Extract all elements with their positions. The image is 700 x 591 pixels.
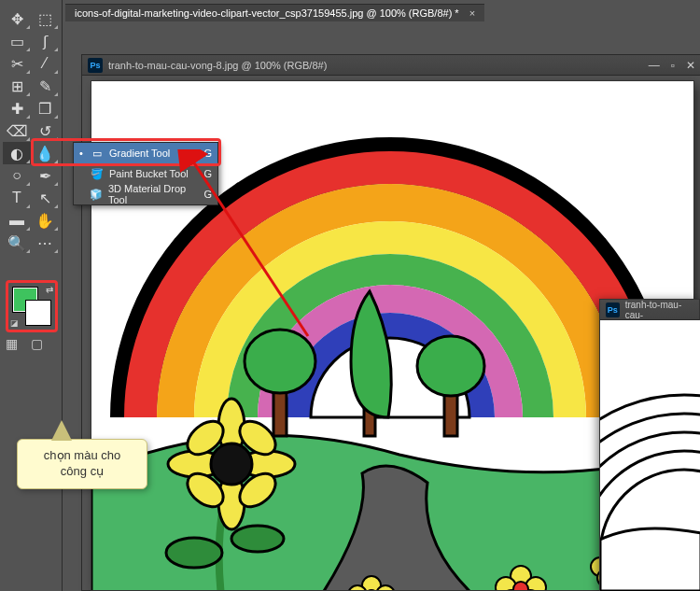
callout-tail xyxy=(52,422,71,441)
svg-point-16 xyxy=(211,443,252,485)
flyout-indicator-icon xyxy=(26,227,30,231)
flyout-indicator-icon xyxy=(54,92,58,96)
flyout-item-gradient-tool[interactable]: •▭Gradient ToolG xyxy=(74,143,217,163)
healing-tool[interactable]: ✚ xyxy=(3,97,31,120)
move-tool[interactable]: ✥ xyxy=(3,7,31,30)
flyout-indicator-icon xyxy=(54,160,58,163)
flyout-indicator-icon xyxy=(54,249,58,253)
quick-mask-row: ▦ ▢ xyxy=(6,336,43,351)
brush-tool[interactable]: ✎ xyxy=(31,75,59,97)
flyout-tool-icon: 🧊 xyxy=(89,189,105,201)
swap-colors-icon[interactable]: ⇄ xyxy=(46,285,53,295)
flyout-indicator-icon xyxy=(26,115,30,119)
flyout-item-paint-bucket-tool[interactable]: 🪣Paint Bucket ToolG xyxy=(74,163,217,184)
flyout-indicator-icon xyxy=(26,70,30,74)
flyout-indicator-icon xyxy=(26,182,30,186)
flyout-indicator-icon xyxy=(54,115,58,119)
svg-point-7 xyxy=(231,526,284,552)
flyout-indicator-icon xyxy=(26,204,30,208)
svg-point-6 xyxy=(166,538,222,568)
restore-icon[interactable]: ▫ xyxy=(671,59,675,72)
background-color[interactable] xyxy=(25,300,51,326)
document-titlebar[interactable]: Ps tranh-to-mau-cau-vong-8.jpg @ 100% (R… xyxy=(82,55,700,76)
flyout-shortcut: G xyxy=(203,189,212,200)
tools-panel: ✥⬚▭ʃ✂⁄⊞✎✚❐⌫↺◐💧○✒T↖▬✋🔍⋯ ⇄ ◪ ▦ ▢ xyxy=(0,0,63,591)
minimize-icon[interactable]: — xyxy=(649,59,660,72)
flyout-indicator-icon xyxy=(26,48,30,51)
secondary-document-title: tranh-to-mau-cau- xyxy=(625,300,693,320)
callout-line1: chọn màu cho xyxy=(44,448,120,462)
path-tool[interactable]: ↖ xyxy=(31,187,59,209)
flyout-indicator-icon xyxy=(54,137,58,141)
callout-line2: công cụ xyxy=(61,464,104,478)
frame-tool[interactable]: ⊞ xyxy=(3,75,31,97)
screen-mode-icon[interactable]: ▢ xyxy=(31,336,43,351)
type-tool[interactable]: T xyxy=(3,187,31,209)
artboard-tool[interactable]: ⬚ xyxy=(31,7,59,30)
flyout-tool-icon: ▭ xyxy=(89,148,105,160)
document-tab-label: icons-of-digital-marketing-video-clipart… xyxy=(75,7,459,19)
svg-point-2 xyxy=(245,330,315,393)
marquee-tool[interactable]: ▭ xyxy=(3,30,31,52)
clone-tool[interactable]: ❐ xyxy=(31,97,59,120)
hand-tool[interactable]: ✋ xyxy=(31,209,59,232)
tool-grid: ✥⬚▭ʃ✂⁄⊞✎✚❐⌫↺◐💧○✒T↖▬✋🔍⋯ xyxy=(3,7,59,254)
extra-tool[interactable]: ⋯ xyxy=(31,232,59,254)
document-tab-bar: icons-of-digital-marketing-video-clipart… xyxy=(65,2,484,22)
eraser-tool[interactable]: ⌫ xyxy=(3,120,31,142)
quick-mask-icon[interactable]: ▦ xyxy=(6,336,18,351)
flyout-indicator-icon xyxy=(54,48,58,51)
flyout-indicator-icon xyxy=(26,92,30,96)
flyout-indicator-icon xyxy=(26,249,30,253)
shape-tool[interactable]: ▬ xyxy=(3,209,31,232)
close-icon[interactable]: × xyxy=(469,7,475,19)
dodge-tool[interactable]: ○ xyxy=(3,164,31,187)
document-tab[interactable]: icons-of-digital-marketing-video-clipart… xyxy=(65,4,484,21)
flyout-item-label: Gradient Tool xyxy=(109,148,170,159)
flyout-indicator-icon xyxy=(54,70,58,74)
blur-tool[interactable]: 💧 xyxy=(31,142,59,164)
flyout-indicator-icon xyxy=(54,182,58,186)
svg-point-5 xyxy=(417,336,484,396)
ps-badge-icon: Ps xyxy=(606,303,620,317)
flyout-shortcut: G xyxy=(203,148,212,159)
callout-tooltip: chọn màu cho công cụ xyxy=(17,439,147,489)
flyout-item-label: 3D Material Drop Tool xyxy=(108,183,203,205)
flyout-item-3d-material-drop-tool[interactable]: 🧊3D Material Drop ToolG xyxy=(74,184,217,204)
ps-badge-icon: Ps xyxy=(88,58,103,73)
flyout-indicator-icon xyxy=(26,137,30,141)
eyedropper-tool[interactable]: ⁄ xyxy=(31,52,59,75)
history-tool[interactable]: ↺ xyxy=(31,120,59,142)
close-icon[interactable]: ✕ xyxy=(686,59,695,72)
flyout-indicator-icon xyxy=(26,25,30,29)
active-dot-icon: • xyxy=(79,148,89,159)
flyout-indicator-icon xyxy=(54,25,58,29)
flyout-indicator-icon xyxy=(54,204,58,208)
color-swatches: ⇄ ◪ xyxy=(6,280,58,332)
pen-tool[interactable]: ✒ xyxy=(31,164,59,187)
flyout-indicator-icon xyxy=(26,160,30,163)
secondary-document-window: Ps tranh-to-mau-cau- xyxy=(599,299,700,591)
flyout-shortcut: G xyxy=(203,168,212,179)
lasso-tool[interactable]: ʃ xyxy=(31,30,59,52)
secondary-document-titlebar[interactable]: Ps tranh-to-mau-cau- xyxy=(600,300,699,320)
flyout-item-label: Paint Bucket Tool xyxy=(109,168,189,179)
tool-flyout: •▭Gradient ToolG🪣Paint Bucket ToolG🧊3D M… xyxy=(73,142,218,205)
flyout-indicator-icon xyxy=(54,227,58,231)
document-title: tranh-to-mau-cau-vong-8.jpg @ 100% (RGB/… xyxy=(108,60,327,71)
crop-tool[interactable]: ✂ xyxy=(3,52,31,75)
secondary-artwork-svg xyxy=(600,320,700,591)
flyout-tool-icon: 🪣 xyxy=(89,168,105,180)
default-colors-icon[interactable]: ◪ xyxy=(10,318,19,328)
zoom-tool[interactable]: 🔍 xyxy=(3,232,31,254)
svg-point-28 xyxy=(513,582,528,590)
window-controls: — ▫ ✕ xyxy=(649,59,695,72)
gradient-tool[interactable]: ◐ xyxy=(3,142,31,164)
